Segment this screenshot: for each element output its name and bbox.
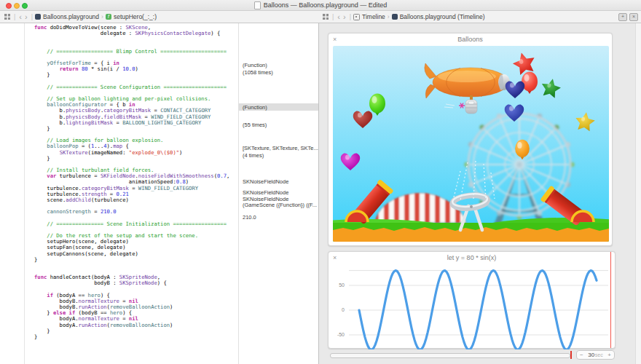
assistant-editor-jumpbar: | ‹ › | Timeline › Balloons.playground (… (323, 11, 636, 23)
title-area: Balloons — Balloons.playground — Edited (0, 0, 641, 10)
scrollbar-track[interactable] (635, 23, 641, 364)
code-line[interactable]: // =============== Scene Initialization … (34, 221, 229, 227)
balloons-scene-card: × Balloons (328, 33, 613, 246)
separator: | (14, 13, 15, 20)
breadcrumb-separator: › (388, 13, 390, 20)
title-bar: Balloons — Balloons.playground — Edited (0, 0, 641, 11)
forward-button[interactable]: › (25, 13, 28, 20)
back-button[interactable]: ‹ (337, 13, 340, 20)
result-annotation[interactable]: (1058 times) (239, 68, 319, 76)
function-symbol-icon: f (106, 14, 111, 20)
timeline-pane: × Balloons (319, 23, 641, 364)
code-line[interactable]: } (34, 257, 229, 263)
playground-file-icon (392, 14, 398, 20)
code-line[interactable]: delegate : SKPhysicsContactDelegate) { (34, 31, 229, 36)
result-annotation[interactable]: (55 times) (239, 121, 319, 128)
result-annotation[interactable]: (4 times) (239, 151, 319, 159)
sine-plot (334, 264, 608, 349)
breadcrumb-doc[interactable]: Balloons.playground (Timeline) (400, 13, 485, 20)
back-button[interactable]: ‹ (19, 13, 22, 20)
code-line[interactable]: bodyB : SKSpriteNode) { (34, 280, 229, 286)
timeline-duration-stepper: − 30 sec + (576, 350, 615, 360)
add-assistant-editor-button[interactable]: + (618, 13, 627, 21)
code-line[interactable]: cannonStrength = 210.0 (34, 209, 229, 215)
code-line[interactable]: } (34, 334, 229, 340)
code-line[interactable]: setupCannons(scene, delegate) (34, 251, 229, 257)
result-annotation[interactable]: (Function) (239, 103, 319, 111)
window-title: Balloons — Balloons.playground — Edited (264, 1, 388, 9)
duration-decrement-button[interactable]: − (580, 352, 583, 358)
timeline-icon (353, 14, 360, 20)
timeline-playhead[interactable] (610, 252, 612, 348)
xcode-playground-window: Balloons — Balloons.playground — Edited … (0, 0, 641, 364)
code-text[interactable]: func doDidMoveToView(scene : SKScene, de… (34, 25, 229, 340)
code-line[interactable] (34, 263, 229, 269)
separator: | (31, 13, 33, 20)
separator: | (350, 13, 351, 20)
code-line[interactable]: bodyA.runAction(removeBalloonAction) (34, 323, 229, 328)
result-annotation[interactable]: 210.0 (239, 213, 319, 221)
result-annotation[interactable]: [SKTexture, SKTexture, SKTe... (239, 144, 319, 151)
breadcrumb-file[interactable]: Balloons.playground (43, 13, 99, 20)
primary-editor-jumpbar: | ‹ › | Balloons.playground › f setupHer… (4, 11, 314, 23)
breadcrumb-symbol[interactable]: setupHero(_:_:) (114, 13, 157, 20)
close-assistant-editor-button[interactable]: × (629, 13, 638, 21)
duration-value: 30 (588, 352, 594, 358)
assistant-editor-buttons: + × (618, 13, 638, 21)
ground-strip (333, 223, 609, 242)
result-annotation[interactable]: (Function) (239, 61, 319, 68)
code-line[interactable]: scene.addChild(turbulence) (34, 197, 229, 203)
code-line[interactable]: } (34, 72, 229, 78)
code-line[interactable]: } (34, 328, 229, 334)
timeline-scrubber[interactable] (330, 353, 570, 358)
duration-unit: sec (595, 352, 603, 357)
playground-results-sidebar: (Function)(1058 times)(Function)(55 time… (238, 23, 319, 364)
related-items-icon[interactable] (4, 14, 10, 20)
code-line[interactable]: // ============= Scene Configuration ===… (34, 84, 229, 90)
forward-button[interactable]: › (343, 13, 346, 20)
scene-card-title: Balloons (329, 36, 612, 43)
document-proxy-icon[interactable] (254, 1, 261, 9)
code-line[interactable] (34, 36, 229, 42)
code-line[interactable]: } (34, 156, 229, 162)
separator: | (332, 13, 334, 20)
code-line[interactable]: } (34, 126, 229, 132)
code-line[interactable]: // ================== Blimp Control ====… (34, 49, 229, 55)
value-history-graph-card: × let y = 80 * sin(x) 500-50 (328, 251, 616, 349)
spritekit-scene-preview (333, 46, 609, 242)
related-items-icon[interactable] (323, 14, 329, 20)
code-line[interactable]: b.lightingBitMask = BALLOON_LIGHTING_CAT… (34, 120, 229, 126)
graph-title: let y = 80 * sin(x) (329, 254, 615, 261)
breadcrumb-timeline[interactable]: Timeline (362, 13, 385, 20)
playground-file-icon (35, 14, 41, 20)
result-annotation[interactable]: (GameScene ({Function}) ((F... (239, 201, 319, 208)
breadcrumb-separator: › (101, 13, 103, 20)
code-line[interactable]: SKTexture(imageNamed: "explode_0\($0)") (34, 150, 229, 156)
jump-bars: | ‹ › | Balloons.playground › f setupHer… (0, 11, 641, 23)
result-annotation[interactable]: SKNoiseFieldNode (239, 178, 319, 185)
code-line[interactable]: return 80 * sin(i / 10.0) (34, 66, 229, 72)
scrubber-position-tick[interactable] (570, 351, 572, 359)
gutter-divider (24, 23, 25, 364)
duration-increment-button[interactable]: + (607, 352, 611, 358)
